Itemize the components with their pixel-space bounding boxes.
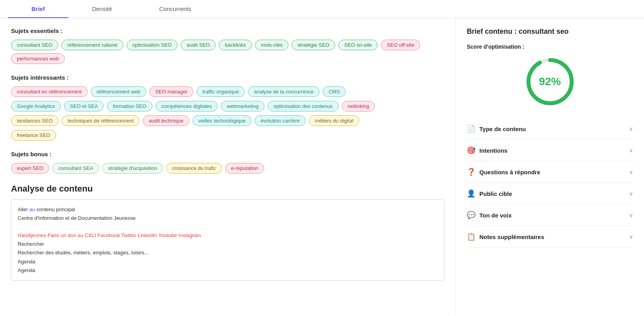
accordion-item: 👤Public cible∨ [467,183,633,205]
content-link[interactable]: au [29,206,35,212]
chevron-down-icon: ∨ [629,169,633,175]
tags-row: consultant en référencementréférencement… [11,86,444,97]
left-panel: Sujets essentiels : consultant SEOréfére… [0,18,455,314]
accordion-icon: 🎯 [467,146,475,155]
analyse-section: Analyse de contenu Aller au contenu prin… [11,184,444,281]
tag[interactable]: expert SEO [11,163,49,174]
tag[interactable]: référencement naturel [61,40,123,50]
tag[interactable]: tendances SEO [11,115,59,126]
accordion-item: ❓Questions à répondre∨ [467,161,633,183]
score-circle-container: 92% [467,56,633,107]
tag[interactable]: métiers du digital [309,115,359,126]
tag[interactable]: SEO on-site [338,40,378,50]
accordion-title: Intentions [479,147,508,154]
sujets-bonus-title: Sujets bonus : [11,151,444,157]
score-circle: 92% [525,56,576,107]
tab-brief[interactable]: Brief [8,0,68,18]
chevron-down-icon: ∨ [629,190,633,197]
accordion-title: Notes supplémentaires [479,234,544,240]
accordion-header[interactable]: 🎯Intentions∨ [467,146,633,155]
accordion-list: 📄Type de contenu∨🎯Intentions∨❓Questions … [467,118,633,248]
chevron-down-icon: ∨ [629,126,633,132]
accordion-icon: 📄 [467,124,475,133]
tag[interactable]: veilles technologique [193,115,252,126]
accordion-icon: 💬 [467,211,475,219]
accordion-icon: 📋 [467,232,475,241]
sujets-essentiels-title: Sujets essentiels : [11,27,444,34]
tag[interactable]: consultant SEO [11,40,58,50]
analyse-title: Analyse de contenu [11,184,444,194]
chevron-down-icon: ∨ [629,234,633,240]
accordion-header[interactable]: 👤Public cible∨ [467,189,633,198]
main-layout: Sujets essentiels : consultant SEOréfére… [0,18,644,314]
tag[interactable]: audit SEO [181,40,216,50]
tag[interactable]: SEO manager [149,86,193,97]
accordion-item: 🎯Intentions∨ [467,140,633,161]
tag[interactable]: SEO off-site [381,40,420,50]
red-text: Handijeunes Faire un don au CIDJ Faceboo… [18,232,201,238]
tag[interactable]: techniques de référencement [62,115,139,126]
tag[interactable]: SEO et SEA [64,101,104,111]
sujets-essentiels-tags: consultant SEOréférencement natureloptim… [11,40,444,64]
tag[interactable]: e-réputation [225,163,264,174]
content-line: Centre d'Information et de Documentation… [18,214,438,223]
tag[interactable]: croissance du trafic [166,163,222,174]
tag[interactable]: consultant SEA [52,163,99,174]
accordion-header[interactable]: ❓Questions à répondre∨ [467,168,633,176]
sujets-interessants-section: Sujets intéressants : consultant en réfé… [11,74,444,141]
tag[interactable]: audit technique [143,115,189,126]
tag[interactable]: optimisation SEO [127,40,178,50]
score-value: 92% [539,75,561,88]
tag[interactable]: évolution carrière [255,115,306,126]
accordion-title: Questions à répondre [479,169,540,175]
tag[interactable]: référencement web [91,86,146,97]
analyse-content-box[interactable]: Aller au contenu principalCentre d'Infor… [11,199,444,281]
accordion-header[interactable]: 📋Notes supplémentaires∨ [467,232,633,241]
accordion-header[interactable]: 💬Ton de voix∨ [467,211,633,219]
accordion-icon: ❓ [467,168,475,176]
tag[interactable]: stratégie SEO [292,40,335,50]
tags-row: Google AnalyticsSEO et SEAformation SEOc… [11,101,444,111]
tag[interactable]: formation SEO [107,101,152,111]
tab-densite[interactable]: Densité [68,0,136,18]
chevron-down-icon: ∨ [629,147,633,153]
content-line: Agenda [18,258,438,266]
tag[interactable]: optimisation des contenus [268,101,338,111]
tag[interactable]: stratégie d'acquisition [102,163,163,174]
accordion-item: 📄Type de contenu∨ [467,118,633,140]
tag[interactable]: backlinks [219,40,251,50]
tag[interactable]: consultant en référencement [11,86,88,97]
content-line: Rechercher des études, métiers, emplois,… [18,248,438,257]
right-panel: Brief contenu : consultant seo Score d'o… [455,18,644,314]
tag[interactable]: mots-clés [255,40,289,50]
sujets-essentiels-section: Sujets essentiels : consultant SEOréfére… [11,27,444,64]
accordion-title: Ton de voix [479,212,512,219]
tabs-bar: Brief Densité Concurrents [0,0,644,18]
tag[interactable]: netlinking [342,101,375,111]
tags-row: freelance SEO [11,130,444,141]
score-label: Score d'optimisation : [467,44,633,50]
content-line: Rechercher [18,240,438,248]
chevron-down-icon: ∨ [629,212,633,218]
tag[interactable]: freelance SEO [11,130,56,141]
tag[interactable]: Google Analytics [11,101,61,111]
tag[interactable]: traffic organique [196,86,245,97]
sujets-interessants-title: Sujets intéressants : [11,74,444,81]
sujets-bonus-section: Sujets bonus : expert SEOconsultant SEAs… [11,151,444,174]
tag[interactable]: performances web [11,53,65,64]
tag[interactable]: compétences digitales [156,101,218,111]
accordion-title: Type de contenu [479,126,526,132]
accordion-item: 💬Ton de voix∨ [467,205,633,226]
accordion-icon: 👤 [467,189,475,198]
tag[interactable]: analyse de la concurrence [248,86,319,97]
accordion-header[interactable]: 📄Type de contenu∨ [467,124,633,133]
content-line: Agenda [18,266,438,275]
tab-concurrents[interactable]: Concurrents [136,0,215,18]
brief-title: Brief contenu : consultant seo [467,27,633,36]
tags-row: tendances SEOtechniques de référencement… [11,115,444,126]
accordion-item: 📋Notes supplémentaires∨ [467,226,633,248]
sujets-bonus-tags: expert SEOconsultant SEAstratégie d'acqu… [11,163,444,174]
tag[interactable]: CMS [323,86,346,97]
accordion-title: Public cible [479,190,512,197]
tag[interactable]: webmarketing [221,101,264,111]
